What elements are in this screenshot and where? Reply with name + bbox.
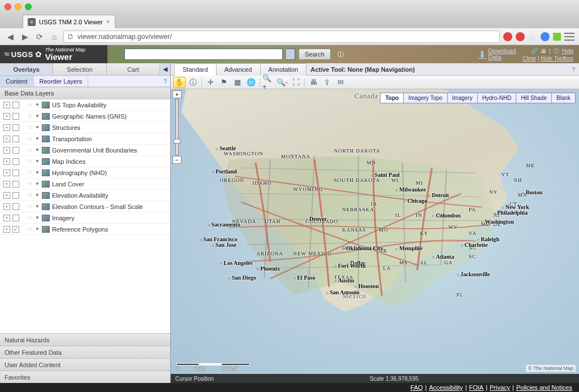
panel-section[interactable]: Other Featured Data	[0, 346, 170, 358]
info-icon[interactable]: ⓘ	[187, 77, 199, 88]
basemap-button[interactable]: Hill Shade	[516, 93, 552, 103]
expand-icon[interactable]: +	[3, 181, 10, 188]
favorite-star-icon[interactable]: ☆	[27, 101, 33, 108]
layer-checkbox[interactable]	[12, 181, 19, 188]
extension-icon[interactable]	[541, 32, 550, 41]
layer-checkbox[interactable]	[12, 192, 19, 199]
favorite-star-icon[interactable]: ☆	[27, 214, 33, 221]
expand-icon[interactable]: +	[3, 147, 10, 154]
layers-icon[interactable]: ▦	[231, 77, 244, 88]
tab-selection[interactable]: Selection	[53, 63, 106, 75]
basemap-button[interactable]: Imagery Topo	[403, 93, 447, 103]
layer-menu-icon[interactable]: ▼	[35, 102, 40, 107]
globe-icon[interactable]: 🌐	[245, 77, 257, 88]
zoom-in-icon[interactable]: 🔍+	[262, 77, 275, 88]
subtab-reorder[interactable]: Reorder Layers	[34, 76, 89, 86]
map-canvas[interactable]: CanadaMexicoWASHINGTONMONTANANORTH DAKOT…	[171, 89, 579, 383]
expand-icon[interactable]: +	[3, 169, 10, 176]
layer-menu-icon[interactable]: ▼	[35, 204, 40, 209]
basemap-button[interactable]: Hydro-NHD	[477, 93, 517, 103]
toolbar-help-icon[interactable]: ?	[568, 66, 579, 73]
tab-standard[interactable]: Standard	[174, 63, 217, 76]
layer-checkbox[interactable]	[12, 136, 19, 142]
layer-menu-icon[interactable]: ▼	[35, 181, 40, 186]
favorite-star-icon[interactable]: ☆	[27, 203, 33, 210]
export-icon[interactable]: ⇪	[321, 77, 333, 88]
layer-menu-icon[interactable]: ▼	[35, 227, 40, 232]
expand-icon[interactable]: +	[3, 113, 10, 120]
layer-menu-icon[interactable]: ▼	[35, 170, 40, 175]
expand-icon[interactable]: +	[3, 136, 10, 142]
layer-checkbox[interactable]	[12, 158, 19, 165]
favorite-star-icon[interactable]: ☆	[27, 124, 33, 131]
layer-checkbox[interactable]	[12, 102, 19, 108]
zoom-out-button[interactable]: −	[172, 156, 182, 164]
print-icon[interactable]: 🖶	[539, 48, 547, 54]
flag-icon[interactable]: ⚑	[218, 77, 230, 88]
bookmark-star-icon[interactable]: ☆	[528, 32, 537, 41]
reload-icon[interactable]: ⟳	[34, 31, 45, 42]
footer-link[interactable]: Policies and Notices	[516, 384, 572, 391]
favorite-star-icon[interactable]: ☆	[27, 158, 33, 165]
basemap-button[interactable]: Imagery	[447, 93, 478, 103]
tab-overlays[interactable]: Overlays	[0, 63, 53, 75]
search-dropdown-icon[interactable]	[286, 49, 295, 60]
layer-menu-icon[interactable]: ▼	[35, 159, 40, 164]
layer-menu-icon[interactable]: ▼	[35, 215, 40, 220]
tab-cart[interactable]: Cart	[107, 63, 160, 75]
print-icon[interactable]: 🖶	[307, 77, 319, 88]
zoom-out-icon[interactable]: 🔍-	[276, 77, 288, 88]
zoom-in-button[interactable]: +	[172, 90, 182, 98]
search-help-icon[interactable]: ⓘ	[338, 50, 344, 59]
section-header[interactable]: Base Data Layers	[0, 87, 170, 99]
expand-icon[interactable]: +	[3, 158, 10, 165]
layer-checkbox[interactable]	[12, 113, 19, 120]
layer-checkbox[interactable]: ✓	[12, 226, 19, 233]
favorite-star-icon[interactable]: ☆	[27, 225, 33, 233]
layer-menu-icon[interactable]: ▼	[35, 114, 40, 119]
basemap-button[interactable]: Topo	[380, 93, 404, 103]
footer-link[interactable]: Privacy	[490, 384, 510, 391]
clear-link[interactable]: Clear	[522, 55, 536, 62]
favorite-star-icon[interactable]: ☆	[27, 112, 33, 120]
home-icon[interactable]: ⌂	[49, 31, 60, 42]
help-link[interactable]: Help	[561, 48, 573, 54]
panel-section[interactable]: User Added Content	[0, 358, 170, 371]
back-icon[interactable]: ◀	[5, 31, 16, 42]
layer-menu-icon[interactable]: ▼	[35, 147, 40, 153]
download-data-link[interactable]: ⬇ Download Data	[478, 48, 516, 60]
layer-menu-icon[interactable]: ▼	[35, 136, 40, 141]
layer-checkbox[interactable]	[12, 169, 19, 176]
link-icon[interactable]: 🔗	[530, 48, 538, 54]
layer-menu-icon[interactable]: ▼	[35, 125, 40, 130]
footer-link[interactable]: FOIA	[469, 384, 483, 391]
window-minimize-icon[interactable]	[15, 3, 21, 10]
zoom-slider[interactable]	[175, 99, 179, 155]
layer-checkbox[interactable]	[12, 203, 19, 210]
panel-section[interactable]: Favorites	[0, 371, 170, 383]
expand-icon[interactable]: +	[3, 192, 10, 199]
address-bar[interactable]: 🗋 viewer.nationalmap.gov/viewer/	[63, 31, 500, 43]
favorite-star-icon[interactable]: ☆	[27, 135, 33, 142]
extension-icon[interactable]	[553, 33, 561, 41]
extension-icon[interactable]	[516, 32, 525, 41]
zoom-extent-icon[interactable]: ⛶	[290, 77, 302, 88]
search-button[interactable]: Search	[299, 49, 331, 60]
favorite-star-icon[interactable]: ☆	[27, 146, 33, 154]
favorite-star-icon[interactable]: ☆	[27, 169, 33, 176]
layer-checkbox[interactable]	[12, 215, 19, 221]
forward-icon[interactable]: ▶	[19, 31, 31, 42]
subtab-content[interactable]: Content	[0, 76, 34, 86]
expand-icon[interactable]: +	[3, 102, 10, 108]
panel-section[interactable]: Natural Hazards	[0, 333, 170, 346]
browser-tab[interactable]: ≡ USGS TNM 2.0 Viewer ×	[23, 15, 115, 28]
window-close-icon[interactable]	[5, 3, 11, 10]
footer-link[interactable]: FAQ	[411, 384, 423, 391]
layer-checkbox[interactable]	[12, 147, 19, 154]
browser-menu-icon[interactable]	[564, 33, 574, 41]
search-input[interactable]	[124, 49, 283, 60]
layer-menu-icon[interactable]: ▼	[35, 193, 40, 198]
expand-icon[interactable]: +	[3, 124, 10, 131]
extension-icon[interactable]	[503, 32, 512, 41]
favorite-star-icon[interactable]: ☆	[27, 191, 33, 199]
